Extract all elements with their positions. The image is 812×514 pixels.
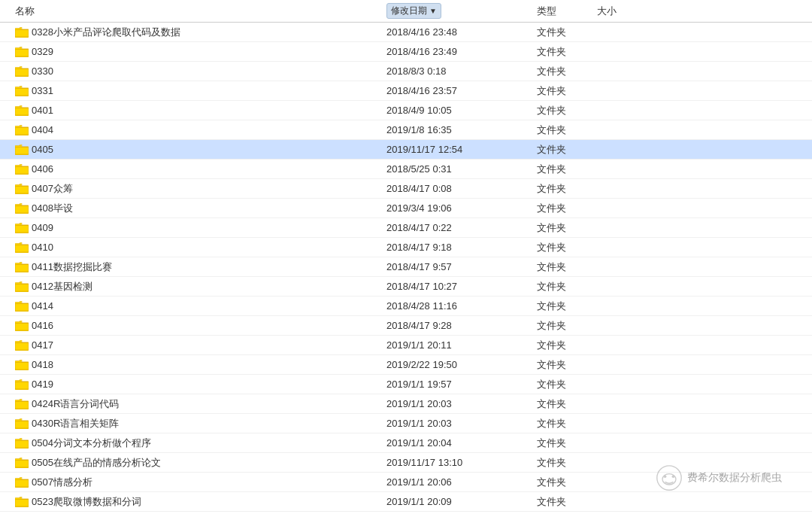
- file-date-cell: 2019/11/17 13:10: [383, 457, 534, 468]
- file-date-text: 2018/4/17 9:28: [386, 320, 452, 331]
- file-type-text: 文件夹: [537, 163, 566, 175]
- file-date-text: 2018/4/17 10:27: [386, 281, 457, 292]
- svg-rect-47: [15, 321, 21, 323]
- file-date-text: 2018/4/16 23:49: [386, 46, 457, 57]
- file-date-cell: 2018/4/16 23:48: [383, 26, 534, 38]
- file-date-cell: 2019/1/1 20:03: [383, 418, 534, 429]
- table-row[interactable]: 0410 2018/4/17 9:18 文件夹: [0, 238, 812, 257]
- file-name-cell: 0329: [0, 46, 383, 57]
- svg-rect-26: [15, 184, 21, 186]
- file-name-text: 0430R语言相关矩阵: [32, 417, 119, 430]
- file-name-text: 0407众筹: [32, 182, 73, 196]
- file-date-text: 2018/4/9 10:05: [386, 105, 452, 116]
- table-row[interactable]: 0329 2018/4/16 23:49 文件夹: [0, 42, 812, 62]
- table-row[interactable]: 0419 2019/1/1 19:57 文件夹: [0, 375, 812, 394]
- file-type-text: 文件夹: [537, 46, 566, 57]
- file-date-text: 2018/5/25 0:31: [386, 163, 452, 175]
- file-date-cell: 2019/2/22 19:50: [383, 359, 534, 370]
- svg-rect-32: [15, 224, 21, 225]
- table-row[interactable]: 0411数据挖掘比赛 2018/4/17 9:57 文件夹: [0, 257, 812, 277]
- col-date-label: 修改日期: [391, 5, 427, 17]
- file-name-cell: 0430R语言相关矩阵: [0, 417, 383, 430]
- col-type-header[interactable]: 类型: [534, 5, 594, 18]
- file-type-text: 文件夹: [537, 26, 566, 38]
- table-row[interactable]: 0330 2018/8/3 0:18 文件夹: [0, 62, 812, 81]
- file-date-cell: 2018/4/17 10:27: [383, 281, 534, 292]
- file-date-text: 2019/11/17 12:54: [386, 144, 462, 155]
- table-row[interactable]: 0405 2019/11/17 12:54 文件夹: [0, 140, 812, 160]
- folder-icon: [15, 105, 29, 116]
- file-date-text: 2018/4/16 23:57: [386, 85, 457, 96]
- svg-rect-52: [15, 362, 29, 370]
- folder-icon: [15, 125, 29, 135]
- file-date-text: 2018/4/17 9:57: [386, 261, 452, 272]
- table-row[interactable]: 0407众筹 2018/4/17 0:08 文件夹: [0, 179, 812, 199]
- folder-icon: [15, 203, 29, 214]
- file-date-cell: 2019/1/1 20:04: [383, 437, 534, 449]
- svg-rect-55: [15, 382, 29, 389]
- table-row[interactable]: 0331 2018/4/16 23:57 文件夹: [0, 81, 812, 101]
- file-type-text: 文件夹: [537, 300, 566, 312]
- file-name-text: 0331: [32, 85, 53, 96]
- col-date-header[interactable]: 修改日期 ▼: [383, 3, 534, 19]
- table-row[interactable]: 0417 2019/1/1 20:11 文件夹: [0, 336, 812, 355]
- svg-rect-34: [15, 245, 29, 252]
- table-row[interactable]: 0328小米产品评论爬取代码及数据 2018/4/16 23:48 文件夹: [0, 23, 812, 42]
- file-date-cell: 2018/4/17 9:57: [383, 261, 534, 272]
- file-type-cell: 文件夹: [534, 476, 594, 489]
- file-name-text: 0405: [32, 144, 53, 155]
- file-type-cell: 文件夹: [534, 495, 594, 509]
- table-row[interactable]: 0430R语言相关矩阵 2019/1/1 20:03 文件夹: [0, 414, 812, 433]
- table-row[interactable]: 0409 2018/4/17 0:22 文件夹: [0, 218, 812, 238]
- table-row[interactable]: 0401 2018/4/9 10:05 文件夹: [0, 101, 812, 120]
- table-row[interactable]: 0505在线产品的情感分析论文 2019/11/17 13:10 文件夹: [0, 453, 812, 473]
- svg-rect-17: [15, 126, 21, 127]
- svg-rect-22: [15, 166, 29, 174]
- table-row[interactable]: 0406 2018/5/25 0:31 文件夹: [0, 160, 812, 179]
- table-row[interactable]: 0507情感分析 2019/1/1 20:06 文件夹: [0, 473, 812, 492]
- file-type-text: 文件夹: [537, 339, 566, 351]
- table-row[interactable]: 0523爬取微博数据和分词 2019/1/1 20:09 文件夹: [0, 492, 812, 512]
- file-type-cell: 文件夹: [534, 143, 594, 157]
- file-date-text: 2019/2/22 19:50: [386, 359, 457, 370]
- table-row[interactable]: 0416 2018/4/17 9:28 文件夹: [0, 316, 812, 336]
- table-header: 名称 修改日期 ▼ 类型 大小: [0, 0, 812, 23]
- table-row[interactable]: 0414 2018/4/28 11:16 文件夹: [0, 297, 812, 316]
- file-type-text: 文件夹: [537, 281, 566, 292]
- svg-rect-46: [15, 323, 29, 330]
- folder-icon: [15, 66, 29, 77]
- file-type-cell: 文件夹: [534, 123, 594, 137]
- table-row[interactable]: 0404 2019/1/8 16:35 文件夹: [0, 120, 812, 140]
- file-date-cell: 2018/4/17 9:28: [383, 320, 534, 331]
- table-row[interactable]: 0424R语言分词代码 2019/1/1 20:03 文件夹: [0, 394, 812, 414]
- svg-rect-28: [15, 205, 29, 213]
- svg-rect-16: [15, 127, 29, 135]
- table-row[interactable]: 0412基因检测 2018/4/17 10:27 文件夹: [0, 277, 812, 297]
- svg-rect-37: [15, 264, 29, 272]
- col-size-header[interactable]: 大小: [594, 5, 654, 18]
- file-date-cell: 2018/4/17 9:18: [383, 242, 534, 253]
- file-date-cell: 2018/5/25 0:31: [383, 163, 534, 175]
- file-name-cell: 0410: [0, 242, 383, 253]
- folder-icon: [15, 144, 29, 155]
- file-name-cell: 0419: [0, 379, 383, 390]
- svg-rect-61: [15, 421, 29, 428]
- folder-icon: [15, 242, 29, 253]
- col-name-header[interactable]: 名称: [0, 5, 383, 18]
- svg-rect-10: [15, 88, 29, 96]
- file-name-text: 0504分词文本分析做个程序: [32, 436, 151, 450]
- table-row[interactable]: 0504分词文本分析做个程序 2019/1/1 20:04 文件夹: [0, 433, 812, 453]
- file-type-text: 文件夹: [537, 124, 566, 135]
- svg-rect-25: [15, 186, 29, 193]
- file-type-text: 文件夹: [537, 144, 566, 155]
- file-name-cell: 0408毕设: [0, 202, 383, 215]
- svg-rect-73: [15, 499, 29, 506]
- file-name-cell: 0409: [0, 222, 383, 233]
- folder-icon: [15, 281, 29, 292]
- file-type-cell: 文件夹: [534, 221, 594, 235]
- table-row[interactable]: 0418 2019/2/22 19:50 文件夹: [0, 355, 812, 375]
- table-row[interactable]: 0408毕设 2019/3/4 19:06 文件夹: [0, 199, 812, 218]
- file-name-cell: 0330: [0, 65, 383, 77]
- file-date-text: 2019/1/1 20:06: [386, 476, 452, 488]
- date-sort-badge[interactable]: 修改日期 ▼: [386, 3, 441, 19]
